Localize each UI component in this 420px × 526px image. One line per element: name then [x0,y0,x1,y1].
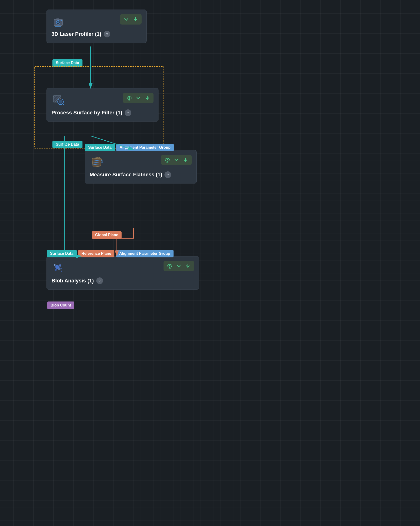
flatness-title: Measure Surface Flatness (1) ? [90,171,192,178]
surface-data-badge-3[interactable]: Surface Data [85,144,115,151]
down-chevron-btn-4[interactable] [175,262,183,270]
reference-plane-badge[interactable]: Reference Plane [78,250,115,257]
svg-point-2 [57,21,59,23]
svg-point-38 [61,271,62,272]
eye-btn-1[interactable] [125,94,133,102]
svg-rect-3 [57,18,59,20]
svg-rect-4 [61,20,62,21]
process-surface-title: Process Surface by Filter (1) ? [51,109,154,116]
eye-btn-2[interactable] [164,156,171,164]
node-laser-profiler: 3D Laser Profiler (1) ? [46,10,147,43]
svg-point-17 [59,100,62,103]
svg-point-28 [167,159,168,160]
eye-btn-3[interactable] [166,262,174,270]
laser-profiler-title: 3D Laser Profiler (1) ? [51,31,142,37]
process-surface-help[interactable]: ? [125,109,131,116]
laser-profiler-help[interactable]: ? [104,31,110,37]
svg-point-34 [55,269,57,271]
laser-profiler-controls [120,14,142,25]
blob-icon [51,261,66,275]
alignment-group-badge-1[interactable]: Alignment Parameter Group [116,144,174,151]
surface-data-badge-2[interactable]: Surface Data [52,141,82,148]
process-surface-icon [51,93,66,107]
down-arrow-btn-2[interactable] [143,94,151,102]
svg-point-36 [61,268,62,269]
blob-title: Blob Analysis (1) ? [51,277,194,284]
laser-profiler-icon [51,14,66,28]
down-chevron-btn-3[interactable] [173,156,180,164]
down-chevron-btn-2[interactable] [134,94,142,102]
node-measure-flatness: Surface Data Alignment Parameter Group [85,150,197,183]
blob-count-badge[interactable]: Blob Count [47,302,74,309]
surface-data-badge-4[interactable]: Surface Data [47,250,77,257]
svg-point-40 [169,265,170,266]
surface-data-badge-1[interactable]: Surface Data [52,59,82,67]
blob-help[interactable]: ? [96,277,103,284]
svg-point-35 [58,267,61,270]
global-plane-badge[interactable]: Global Plane [92,231,122,239]
flatness-controls [161,155,192,165]
svg-point-30 [167,161,168,162]
svg-line-18 [62,104,64,105]
svg-point-33 [59,264,61,267]
node-blob-analysis: Surface Data Reference Plane Alignment P… [46,256,199,290]
process-surface-controls [123,93,154,103]
down-arrow-btn[interactable] [132,15,139,23]
svg-point-22 [129,98,130,99]
svg-point-42 [169,267,170,268]
flatness-help[interactable]: ? [164,171,171,178]
node-process-surface: Process Surface by Filter (1) ? [46,88,159,121]
down-chevron-btn[interactable] [123,15,130,23]
alignment-group-badge-2[interactable]: Alignment Parameter Group [116,250,173,257]
down-arrow-btn-3[interactable] [182,156,189,164]
flatness-icon [90,155,104,169]
down-arrow-btn-4[interactable] [184,262,192,270]
blob-controls [164,261,194,271]
